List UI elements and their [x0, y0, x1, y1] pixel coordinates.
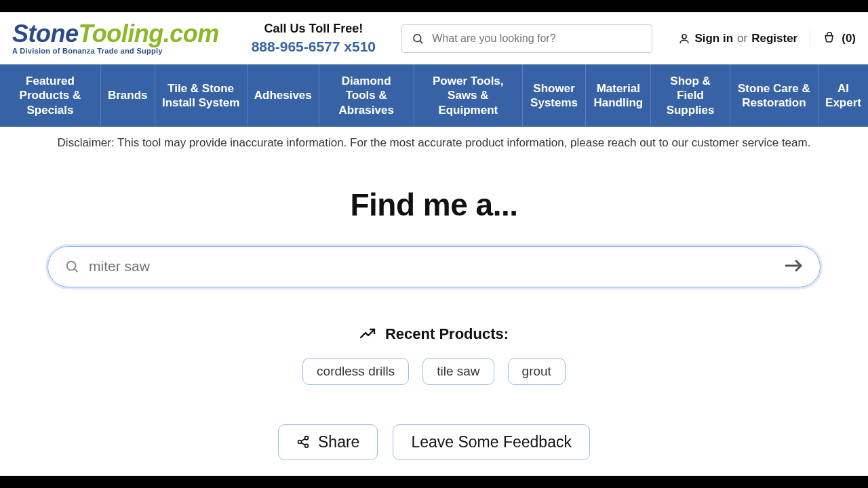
sign-in-link[interactable]: Sign in	[694, 32, 733, 45]
recent-chip[interactable]: tile saw	[422, 358, 494, 385]
site-logo[interactable]: StoneTooling.com A Division of Bonanza T…	[12, 22, 219, 55]
nav-power-tools[interactable]: Power Tools, Saws & Equipment	[414, 64, 523, 127]
share-label: Share	[318, 433, 359, 451]
top-bar	[0, 0, 868, 12]
logo-part-stone: Stone	[12, 20, 79, 47]
svg-line-10	[301, 443, 305, 445]
feedback-label: Leave Some Feedback	[411, 433, 572, 451]
finder-search-input[interactable]	[89, 258, 785, 274]
action-row: Share Leave Some Feedback	[47, 424, 821, 460]
logo-part-tooling: Tooling.com	[79, 20, 219, 47]
svg-point-7	[298, 441, 302, 444]
main-content: Find me a... Recent Products: cordless d…	[0, 157, 868, 460]
bottom-bar	[0, 476, 868, 488]
cart-icon	[823, 32, 836, 45]
nav-ai-expert[interactable]: AI Expert	[818, 64, 868, 127]
svg-point-6	[305, 436, 309, 440]
nav-shower[interactable]: Shower Systems	[523, 64, 586, 127]
feedback-button[interactable]: Leave Some Feedback	[393, 424, 590, 460]
nav-stone-care[interactable]: Stone Care & Restoration	[730, 64, 818, 127]
cart-link[interactable]: (0)	[823, 32, 856, 45]
header-search-input[interactable]	[432, 33, 642, 45]
submit-arrow-icon[interactable]	[785, 256, 804, 277]
trending-icon	[359, 326, 376, 342]
svg-line-1	[420, 41, 422, 43]
auth-or: or	[737, 32, 747, 45]
svg-point-8	[305, 445, 309, 448]
recent-chip[interactable]: grout	[508, 358, 566, 385]
nav-featured[interactable]: Featured Products & Specials	[0, 64, 101, 127]
call-phone[interactable]: 888-965-6577 x510	[252, 39, 376, 55]
search-icon	[412, 32, 424, 45]
nav-diamond[interactable]: Diamond Tools & Abrasives	[319, 64, 414, 127]
nav-material[interactable]: Material Handling	[586, 64, 651, 127]
nav-brands[interactable]: Brands	[101, 64, 155, 127]
auth-block: Sign in or Register (0)	[678, 30, 856, 47]
site-header: StoneTooling.com A Division of Bonanza T…	[0, 12, 868, 64]
call-label: Call Us Toll Free!	[252, 22, 376, 36]
recent-chips: cordless drills tile saw grout	[47, 358, 821, 385]
share-icon	[296, 435, 310, 449]
auth-divider	[810, 30, 810, 47]
nav-adhesives[interactable]: Adhesives	[248, 64, 319, 127]
svg-point-3	[67, 262, 76, 270]
recent-chip[interactable]: cordless drills	[302, 358, 409, 385]
user-icon	[678, 33, 690, 45]
nav-tile-stone[interactable]: Tile & Stone Install System	[155, 64, 248, 127]
finder-search[interactable]	[47, 246, 821, 287]
recent-heading: Recent Products:	[47, 325, 821, 343]
svg-line-4	[75, 269, 77, 272]
nav-shop-field[interactable]: Shop & Field Supplies	[651, 64, 730, 127]
logo-text: StoneTooling.com	[12, 22, 219, 46]
search-icon	[64, 259, 79, 274]
disclaimer-text: Disclaimer: This tool may provide inaccu…	[0, 127, 868, 157]
recent-label: Recent Products:	[385, 325, 509, 343]
share-button[interactable]: Share	[278, 424, 378, 460]
svg-line-9	[301, 439, 305, 441]
main-nav: Featured Products & Specials Brands Tile…	[0, 64, 868, 127]
svg-point-0	[414, 34, 421, 41]
header-search[interactable]	[401, 24, 652, 53]
svg-point-2	[682, 35, 686, 39]
finder-heading: Find me a...	[47, 186, 821, 223]
cart-count: (0)	[842, 32, 856, 45]
register-link[interactable]: Register	[751, 32, 797, 45]
call-info: Call Us Toll Free! 888-965-6577 x510	[252, 22, 376, 55]
logo-subtitle: A Division of Bonanza Trade and Supply	[12, 47, 219, 55]
